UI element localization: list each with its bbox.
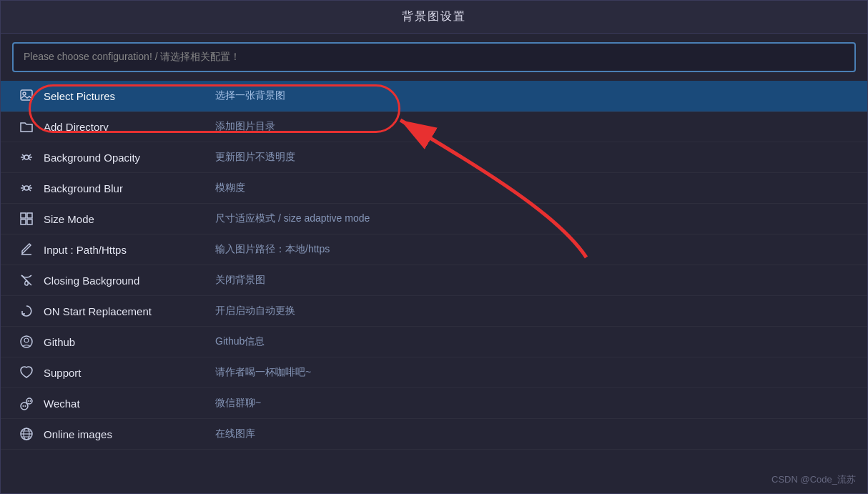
menu-desc-closing-background: 关闭背景图 bbox=[215, 274, 265, 287]
menu-label-background-opacity: Background Opacity bbox=[44, 152, 187, 164]
svg-point-24 bbox=[21, 402, 28, 410]
menu-label-on-start-replacement: ON Start Replacement bbox=[44, 305, 187, 317]
menu-desc-online-images: 在线图库 bbox=[215, 428, 255, 440]
svg-point-27 bbox=[25, 405, 26, 407]
menu-item-on-start-replacement[interactable]: ON Start Replacement开启启动自动更换 bbox=[1, 296, 867, 327]
menu-label-wechat: Wechat bbox=[44, 397, 187, 410]
menu-item-background-opacity[interactable]: Background Opacity更新图片不透明度 bbox=[1, 142, 867, 173]
github-icon bbox=[15, 335, 38, 349]
size-mode-icon bbox=[15, 212, 38, 226]
menu-item-online-images[interactable]: Online images在线图库 bbox=[1, 419, 867, 450]
menu-desc-add-directory: 添加图片目录 bbox=[215, 120, 275, 133]
svg-point-26 bbox=[23, 405, 24, 407]
input-path-icon bbox=[15, 242, 38, 257]
svg-line-8 bbox=[29, 154, 31, 157]
menu-label-closing-background: Closing Background bbox=[44, 275, 187, 287]
menu-item-add-directory[interactable]: Add Directory添加图片目录 bbox=[1, 112, 867, 142]
svg-line-15 bbox=[29, 185, 31, 187]
menu-item-size-mode[interactable]: Size Mode尺寸适应模式 / size adaptive mode bbox=[1, 204, 867, 234]
menu-list: Select Pictures选择一张背景图 Add Directory添加图片… bbox=[1, 81, 867, 493]
svg-line-6 bbox=[29, 158, 31, 160]
svg-line-13 bbox=[29, 189, 31, 191]
on-start-replacement-icon bbox=[15, 304, 38, 318]
svg-line-7 bbox=[22, 158, 24, 160]
svg-rect-0 bbox=[21, 90, 32, 100]
menu-label-select-pictures: Select Pictures bbox=[44, 90, 187, 102]
add-directory-icon bbox=[15, 119, 38, 134]
select-pictures-icon bbox=[15, 89, 38, 103]
menu-label-background-blur: Background Blur bbox=[44, 182, 187, 194]
svg-point-25 bbox=[26, 398, 32, 404]
background-blur-icon bbox=[15, 181, 38, 195]
search-input[interactable]: Please choose configuration! / 请选择相关配置！ bbox=[12, 42, 856, 72]
menu-label-github: Github bbox=[44, 336, 187, 348]
background-opacity-icon bbox=[15, 150, 38, 164]
menu-desc-size-mode: 尺寸适应模式 / size adaptive mode bbox=[215, 212, 370, 225]
menu-label-add-directory: Add Directory bbox=[44, 121, 187, 133]
watermark: CSDN @Code_流苏 bbox=[771, 473, 856, 486]
support-icon bbox=[15, 365, 38, 380]
menu-label-input-path: Input : Path/Https bbox=[44, 244, 187, 256]
svg-point-9 bbox=[24, 186, 29, 190]
menu-item-closing-background[interactable]: Closing Background关闭背景图 bbox=[1, 265, 867, 296]
svg-line-5 bbox=[22, 154, 24, 157]
svg-line-12 bbox=[22, 185, 24, 187]
svg-rect-17 bbox=[27, 213, 32, 218]
menu-label-size-mode: Size Mode bbox=[44, 213, 187, 225]
svg-point-2 bbox=[24, 155, 29, 159]
menu-desc-support: 请作者喝一杯咖啡吧~ bbox=[215, 366, 311, 379]
dialog-title: 背景图设置 bbox=[1, 1, 867, 34]
svg-point-22 bbox=[21, 336, 32, 347]
menu-desc-on-start-replacement: 开启启动自动更换 bbox=[215, 305, 295, 317]
menu-item-wechat[interactable]: Wechat微信群聊~ bbox=[1, 388, 867, 419]
settings-dialog: 背景图设置 Please choose configuration! / 请选择… bbox=[0, 0, 868, 494]
online-images-icon bbox=[15, 427, 38, 441]
menu-item-input-path[interactable]: Input : Path/Https输入图片路径：本地/https bbox=[1, 234, 867, 265]
menu-desc-github: Github信息 bbox=[215, 335, 265, 348]
menu-desc-wechat: 微信群聊~ bbox=[215, 397, 261, 410]
svg-rect-16 bbox=[21, 213, 26, 218]
svg-point-23 bbox=[24, 338, 29, 342]
svg-point-1 bbox=[23, 92, 26, 95]
svg-line-14 bbox=[22, 189, 24, 191]
svg-rect-18 bbox=[21, 219, 26, 224]
menu-item-support[interactable]: Support请作者喝一杯咖啡吧~ bbox=[1, 357, 867, 388]
menu-label-support: Support bbox=[44, 367, 187, 379]
menu-desc-select-pictures: 选择一张背景图 bbox=[215, 89, 285, 102]
svg-point-29 bbox=[30, 400, 31, 402]
svg-rect-19 bbox=[27, 219, 32, 224]
closing-background-icon bbox=[15, 273, 38, 287]
menu-item-github[interactable]: GithubGithub信息 bbox=[1, 327, 867, 357]
svg-point-28 bbox=[28, 400, 29, 402]
wechat-icon bbox=[15, 396, 38, 410]
menu-label-online-images: Online images bbox=[44, 428, 187, 440]
menu-desc-input-path: 输入图片路径：本地/https bbox=[215, 243, 330, 256]
menu-desc-background-blur: 模糊度 bbox=[215, 182, 245, 194]
menu-item-background-blur[interactable]: Background Blur模糊度 bbox=[1, 173, 867, 204]
menu-desc-background-opacity: 更新图片不透明度 bbox=[215, 151, 295, 164]
menu-item-select-pictures[interactable]: Select Pictures选择一张背景图 bbox=[1, 81, 867, 112]
